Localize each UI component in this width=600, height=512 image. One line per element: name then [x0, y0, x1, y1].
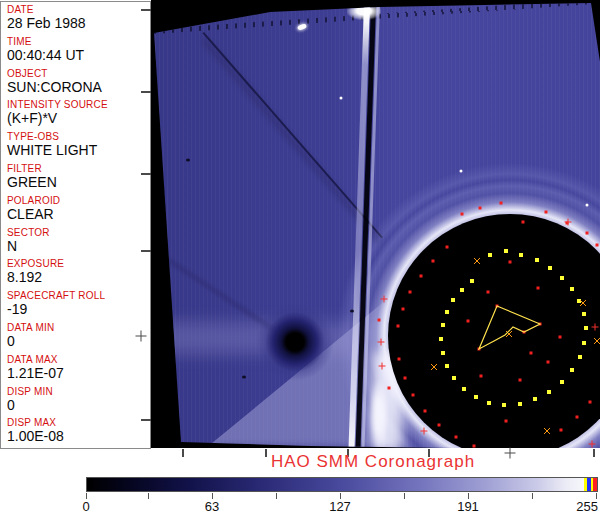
frame-tick-bottom [265, 449, 267, 457]
field-label-filter: FILTER [7, 163, 147, 174]
field-value-time: 00:40:44 UT [7, 47, 147, 64]
field-sector: SECTORN [7, 227, 147, 255]
colorbar-tick-label: 0 [82, 499, 89, 512]
field-value-disp-max: 1.00E-08 [7, 428, 147, 445]
field-intensity-source: INTENSITY SOURCE(K+F)*V [7, 99, 147, 127]
colorbar-saturation-stripe [593, 478, 597, 491]
field-value-object: SUN:CORONA [7, 79, 147, 96]
colorbar-minor-tick [276, 493, 277, 499]
field-value-spacecraft-roll: -19 [7, 301, 147, 318]
field-type-obs: TYPE-OBSWHITE LIGHT [7, 131, 147, 159]
field-value-type-obs: WHITE LIGHT [7, 142, 147, 159]
field-value-sector: N [7, 238, 147, 255]
colorbar-major-tick [340, 493, 341, 499]
colorbar-minor-tick [532, 493, 533, 499]
field-value-disp-min: 0 [7, 397, 147, 414]
colorbar-minor-tick [404, 493, 405, 499]
colorbar-major-tick [212, 493, 213, 499]
field-label-spacecraft-roll: SPACECRAFT ROLL [7, 290, 147, 301]
field-label-type-obs: TYPE-OBS [7, 131, 147, 142]
metadata-sidebar: DATE28 Feb 1988TIME00:40:44 UTOBJECTSUN:… [0, 1, 151, 449]
field-value-data-min: 0 [7, 333, 147, 350]
colorbar-major-tick [596, 493, 597, 499]
page-title: HAO SMM Coronagraph [271, 452, 475, 472]
frame-plus-bottom [505, 448, 516, 459]
frame-tick-bottom [182, 449, 184, 457]
field-filter: FILTERGREEN [7, 163, 147, 191]
field-label-polaroid: POLAROID [7, 195, 147, 206]
field-disp-max: DISP MAX1.00E-08 [7, 417, 147, 445]
pylon-top-flare [347, 2, 381, 20]
field-label-date: DATE [7, 4, 147, 15]
field-label-data-max: DATA MAX [7, 354, 147, 365]
colorbar-tick-label: 191 [457, 499, 479, 512]
colorbar-minor-tick [148, 493, 149, 499]
field-time: TIME00:40:44 UT [7, 36, 147, 64]
field-value-polaroid: CLEAR [7, 206, 147, 223]
colorbar-tick-label: 127 [329, 499, 351, 512]
smm-coronagraph-viewer: DATE28 Feb 1988TIME00:40:44 UTOBJECTSUN:… [0, 0, 600, 512]
field-label-sector: SECTOR [7, 227, 147, 238]
field-polaroid: POLAROIDCLEAR [7, 195, 147, 223]
field-data-max: DATA MAX1.21E-07 [7, 354, 147, 382]
field-value-exposure: 8.192 [7, 269, 147, 286]
field-label-time: TIME [7, 36, 147, 47]
field-data-min: DATA MIN0 [7, 322, 147, 350]
field-label-disp-max: DISP MAX [7, 417, 147, 428]
colorbar-major-tick [468, 493, 469, 499]
field-label-disp-min: DISP MIN [7, 386, 147, 397]
field-label-data-min: DATA MIN [7, 322, 147, 333]
colorbar-major-tick [86, 493, 87, 499]
coronagraph-image-viewport [151, 0, 600, 448]
field-label-exposure: EXPOSURE [7, 258, 147, 269]
field-value-date: 28 Feb 1988 [7, 15, 147, 32]
field-disp-min: DISP MIN0 [7, 386, 147, 414]
field-value-data-max: 1.21E-07 [7, 365, 147, 382]
field-label-object: OBJECT [7, 68, 147, 79]
coronagraph-frame [151, 0, 600, 448]
intensity-colorbar [86, 477, 598, 492]
field-exposure: EXPOSURE8.192 [7, 258, 147, 286]
field-label-intensity-source: INTENSITY SOURCE [7, 99, 147, 110]
colorbar-tick-label: 63 [205, 499, 219, 512]
field-date: DATE28 Feb 1988 [7, 4, 147, 32]
field-spacecraft-roll: SPACECRAFT ROLL-19 [7, 290, 147, 318]
field-value-filter: GREEN [7, 174, 147, 191]
colorbar-tick-label: 255 [576, 499, 598, 512]
field-value-intensity-source: (K+F)*V [7, 110, 147, 127]
field-object: OBJECTSUN:CORONA [7, 68, 147, 96]
frame-tick-bottom [593, 449, 595, 457]
